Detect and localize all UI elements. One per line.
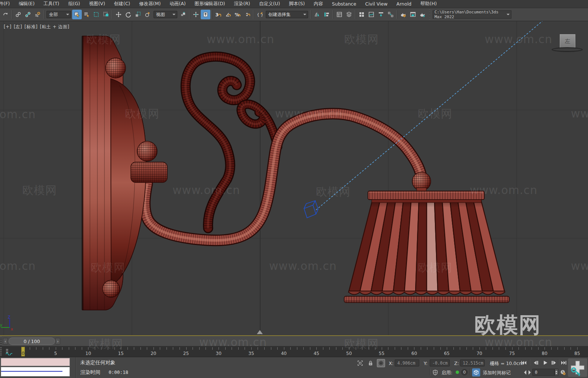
- select-and-rotate-icon[interactable]: [123, 10, 133, 19]
- time-tag-cube-button[interactable]: [472, 368, 480, 377]
- key-mode-arrows-icon[interactable]: [523, 370, 532, 375]
- enable-status-dot: [456, 371, 459, 374]
- viewport-label[interactable]: [+][左][标准][粘土 + 边面]: [4, 24, 72, 30]
- add-time-tag-label[interactable]: 添加时间标记: [483, 370, 511, 376]
- select-and-link-icon[interactable]: [13, 10, 23, 19]
- maxscript-mini-listener-macro[interactable]: [1, 358, 70, 366]
- z-coord-field[interactable]: 12.515cm: [460, 359, 485, 366]
- edit-named-selection-sets-icon[interactable]: { }: [255, 10, 265, 19]
- wall-plate: [81, 36, 167, 310]
- scene-explorer-icon[interactable]: [335, 10, 344, 19]
- select-and-manipulate-icon[interactable]: [191, 10, 201, 19]
- selection-lock-icon[interactable]: [366, 359, 375, 367]
- viewport-left[interactable]: [+][左][标准][粘土 + 边面] 左 y Z x: [0, 21, 588, 335]
- frame-tick: [258, 347, 258, 350]
- dope-sheet-icon[interactable]: [376, 10, 386, 19]
- angle-snap-icon[interactable]: [223, 10, 233, 19]
- frame-tick: [82, 347, 82, 350]
- frame-tick: [356, 347, 356, 350]
- menu-item-12[interactable]: 内容: [309, 1, 327, 7]
- menu-item-1[interactable]: 编辑(E): [14, 1, 39, 7]
- mirror-icon[interactable]: [312, 10, 322, 19]
- spinner-snap-icon[interactable]: [242, 10, 252, 19]
- render-production-icon[interactable]: [418, 10, 427, 19]
- time-configuration-icon[interactable]: [559, 368, 567, 377]
- menu-item-10[interactable]: 自定义(U): [255, 1, 284, 7]
- x-coord-field[interactable]: 4.906cm: [395, 359, 419, 366]
- menu-item-4[interactable]: 视图(V): [84, 1, 109, 7]
- viewport-label-segment-0[interactable]: [+]: [4, 24, 12, 29]
- set-key-button[interactable]: [568, 358, 587, 377]
- ribbon-toggle-icon[interactable]: [357, 10, 366, 19]
- menu-item-2[interactable]: 工具(T): [39, 1, 64, 7]
- viewport-label-segment-3[interactable]: [粘土 + 边面]: [40, 24, 70, 29]
- menu-item-9[interactable]: 渲染(R): [230, 1, 255, 7]
- wall-lamp-model[interactable]: [81, 36, 509, 310]
- current-frame-field[interactable]: 0: [532, 369, 555, 376]
- track-bar[interactable]: 0510152025303540455055606570758085: [0, 346, 588, 357]
- curve-editor-icon[interactable]: [366, 10, 376, 19]
- undo-icon[interactable]: [1, 10, 10, 19]
- frame-spinner[interactable]: [555, 369, 558, 376]
- next-frame-slider-button[interactable]: ›: [55, 338, 60, 345]
- go-to-end-button[interactable]: [559, 358, 569, 367]
- menu-item-13[interactable]: Substance: [327, 1, 361, 7]
- mini-curve-editor-icon[interactable]: [5, 348, 13, 357]
- timeline-grip[interactable]: [0, 337, 2, 346]
- menu-item-3[interactable]: 组(G): [64, 1, 85, 7]
- menu-item-5[interactable]: 创建(C): [110, 1, 135, 7]
- previous-frame-slider-button[interactable]: ‹: [3, 338, 8, 345]
- y-coord-field[interactable]: -0.0cm: [430, 359, 450, 366]
- frame-tick: [193, 347, 193, 350]
- selection-filter-dropdown[interactable]: 全部: [46, 11, 71, 18]
- menu-item-6[interactable]: 修改器(M): [135, 1, 165, 7]
- viewport-label-segment-1[interactable]: [左]: [14, 24, 22, 29]
- frame-number-35: 35: [248, 351, 254, 356]
- next-frame-button[interactable]: [549, 358, 559, 367]
- menu-item-11[interactable]: 脚本(S): [284, 1, 309, 7]
- previous-frame-button[interactable]: [531, 358, 540, 367]
- frame-number-20: 20: [151, 351, 156, 356]
- go-to-start-button[interactable]: [519, 358, 529, 367]
- menu-item-14[interactable]: Civil View: [361, 1, 392, 7]
- unlink-selection-icon[interactable]: [23, 10, 33, 19]
- window-crossing-icon[interactable]: [101, 10, 111, 19]
- menu-item-0[interactable]: 件(F): [0, 1, 14, 7]
- rendered-frame-window-icon[interactable]: [408, 10, 418, 19]
- use-pivot-center-icon[interactable]: [178, 10, 188, 19]
- time-slider[interactable]: 0 / 100: [9, 337, 55, 345]
- viewport-bottom-handle[interactable]: [257, 330, 263, 334]
- select-and-scale-icon[interactable]: [133, 10, 143, 19]
- absolute-mode-toggle[interactable]: [377, 359, 385, 367]
- snap-toggle-3d-icon[interactable]: 3: [213, 10, 223, 19]
- bind-to-space-warp-icon[interactable]: [33, 10, 42, 19]
- select-and-move-icon[interactable]: [114, 10, 123, 19]
- shield-icon[interactable]: [431, 368, 439, 377]
- play-button[interactable]: [540, 358, 550, 367]
- percent-snap-icon[interactable]: %: [233, 10, 242, 19]
- select-and-place-icon[interactable]: [143, 10, 152, 19]
- viewport-label-segment-2[interactable]: [标准]: [25, 24, 38, 29]
- viewcube[interactable]: 左: [560, 34, 575, 48]
- enable-count-badge[interactable]: 0: [461, 369, 468, 375]
- layer-explorer-icon[interactable]: [344, 10, 354, 19]
- align-icon[interactable]: [322, 10, 332, 19]
- named-selection-sets-dropdown[interactable]: 创建选择集: [266, 11, 308, 18]
- rectangular-selection-region-icon[interactable]: [91, 10, 101, 19]
- viewcube-compass-ring[interactable]: [552, 47, 583, 52]
- script-listener-icon[interactable]: [386, 10, 395, 19]
- frame-tick: [382, 347, 382, 350]
- maxscript-mini-listener[interactable]: [1, 367, 70, 377]
- menu-item-7[interactable]: 动画(A): [165, 1, 190, 7]
- render-setup-icon[interactable]: [398, 10, 408, 19]
- select-by-name-icon[interactable]: [82, 10, 91, 19]
- reference-coordinate-system-dropdown[interactable]: 视图: [154, 11, 177, 18]
- trackbar-grip[interactable]: [0, 347, 2, 356]
- select-object-icon[interactable]: [72, 10, 82, 19]
- project-path-field[interactable]: C:\Users\Han\Documents\3ds Max 2022: [433, 10, 511, 19]
- isolate-selection-icon[interactable]: [356, 359, 364, 367]
- menu-item-16[interactable]: 帮助(H): [416, 1, 441, 7]
- menu-item-8[interactable]: 图形编辑器(D): [190, 1, 230, 7]
- menu-item-15[interactable]: Arnold: [392, 1, 416, 7]
- keyboard-shortcut-override-icon[interactable]: [201, 10, 210, 19]
